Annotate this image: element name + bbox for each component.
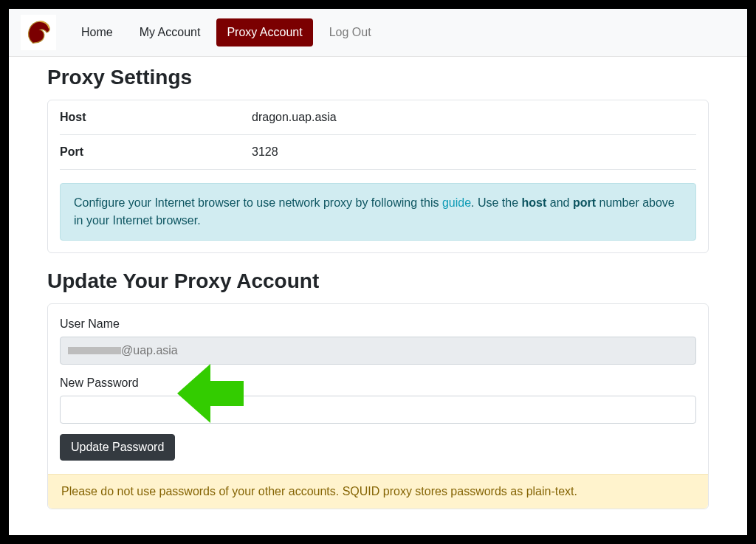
proxy-info-mid2: and	[546, 196, 573, 209]
nav-my-account[interactable]: My Account	[129, 18, 211, 47]
new-password-label: New Password	[60, 376, 696, 390]
new-password-input[interactable]	[60, 396, 696, 424]
dragon-logo-icon	[24, 18, 53, 47]
host-row: Host dragon.uap.asia	[60, 100, 696, 135]
update-form-card: User Name @uap.asia New Password Update …	[47, 303, 709, 509]
nav-home[interactable]: Home	[71, 18, 123, 47]
update-account-title: Update Your Proxy Account	[47, 269, 709, 293]
host-label: Host	[60, 111, 252, 124]
port-value: 3128	[252, 145, 278, 159]
nav-proxy-account[interactable]: Proxy Account	[216, 18, 312, 47]
proxy-guide-link[interactable]: guide	[442, 196, 471, 209]
proxy-settings-title: Proxy Settings	[47, 66, 709, 89]
update-password-button[interactable]: Update Password	[60, 434, 175, 461]
username-domain: @uap.asia	[121, 344, 178, 357]
proxy-info-port-word: port	[573, 196, 596, 209]
nav-logout[interactable]: Log Out	[319, 18, 382, 47]
username-redacted	[68, 347, 121, 354]
username-label: User Name	[60, 317, 696, 331]
app-logo	[21, 15, 56, 50]
proxy-info-host-word: host	[522, 196, 547, 209]
password-warning-alert: Please do not use passwords of your othe…	[48, 474, 708, 509]
username-field: @uap.asia	[60, 337, 696, 365]
proxy-info-text-pre: Configure your Internet browser to use n…	[74, 196, 442, 209]
port-label: Port	[60, 145, 252, 159]
proxy-info-alert: Configure your Internet browser to use n…	[60, 183, 696, 241]
proxy-settings-card: Host dragon.uap.asia Port 3128 Configure…	[47, 100, 709, 253]
main-content: Proxy Settings Host dragon.uap.asia Port…	[9, 57, 747, 509]
navbar: Home My Account Proxy Account Log Out	[9, 9, 747, 57]
port-row: Port 3128	[60, 135, 696, 170]
proxy-info-mid1: . Use the	[471, 196, 521, 209]
host-value: dragon.uap.asia	[252, 111, 337, 124]
